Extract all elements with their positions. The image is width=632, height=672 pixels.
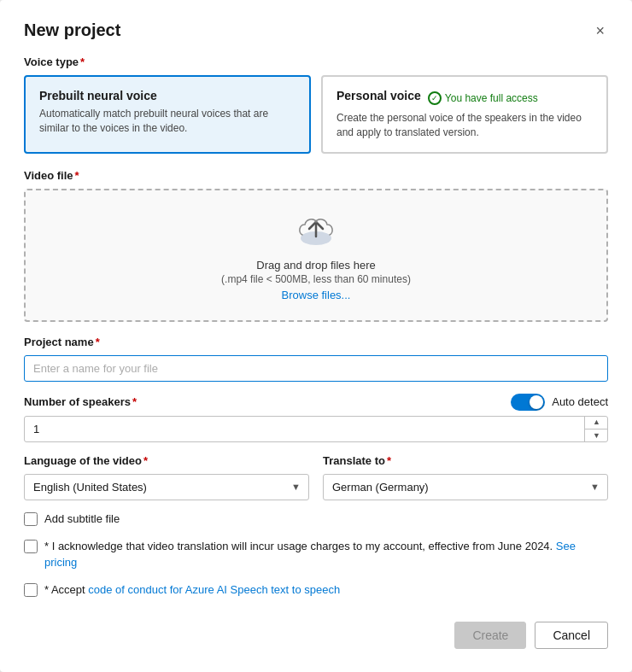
auto-detect-switch[interactable]: [511, 394, 545, 411]
personal-voice-card[interactable]: Personal voice ✓ You have full access Cr…: [321, 75, 608, 154]
drop-hint: (.mp4 file < 500MB, less than 60 minutes…: [221, 273, 411, 285]
language-video-select-wrap: English (United States) ▼: [24, 474, 309, 500]
subtitle-checkbox[interactable]: [24, 512, 38, 526]
project-name-section: Project name*: [24, 336, 608, 382]
translate-to-col: Translate to* German (Germany) ▼: [323, 454, 608, 500]
required-star-translate: *: [387, 454, 391, 467]
conduct-row: * Accept code of conduct for Azure AI Sp…: [24, 581, 608, 599]
new-project-dialog: New project × Voice type* Prebuilt neura…: [0, 0, 632, 672]
drop-zone[interactable]: Drag and drop files here (.mp4 file < 50…: [24, 189, 608, 322]
conduct-checkbox[interactable]: [24, 583, 38, 597]
check-icon: ✓: [428, 91, 442, 105]
conduct-link[interactable]: code of conduct for Azure AI Speech text…: [88, 583, 340, 596]
language-row: Language of the video* English (United S…: [24, 454, 608, 500]
video-file-section: Video file* Drag and drop files here (.m…: [24, 169, 608, 322]
auto-detect-toggle: Auto detect: [511, 394, 608, 411]
toggle-knob: [530, 395, 543, 409]
drag-drop-text: Drag and drop files here: [256, 259, 375, 272]
required-star-lang: *: [143, 454, 148, 467]
required-star-speakers: *: [132, 395, 137, 408]
conduct-text: * Accept code of conduct for Azure AI Sp…: [44, 581, 340, 599]
speakers-label: Number of speakers*: [24, 395, 511, 408]
language-video-label: Language of the video*: [24, 454, 309, 467]
required-star-video: *: [75, 169, 79, 182]
speakers-input[interactable]: [24, 416, 608, 442]
language-video-select[interactable]: English (United States): [24, 474, 309, 500]
cancel-button[interactable]: Cancel: [535, 622, 608, 649]
language-video-col: Language of the video* English (United S…: [24, 454, 309, 500]
project-name-label: Project name*: [24, 336, 608, 348]
project-name-input[interactable]: [24, 355, 608, 382]
voice-type-label: Voice type*: [24, 56, 608, 68]
acknowledgment-text: * I acknowledge that video translation w…: [44, 538, 608, 571]
personal-card-header: Personal voice ✓ You have full access: [336, 89, 593, 107]
dialog-header: New project ×: [24, 20, 608, 40]
voice-type-row: Prebuilt neural voice Automatically matc…: [24, 75, 608, 154]
prebuilt-card-desc: Automatically match prebuilt neural voic…: [39, 107, 296, 136]
arrow-up-button[interactable]: ▲: [585, 416, 608, 429]
browse-files-link[interactable]: Browse files...: [282, 289, 351, 301]
dialog-footer: Create Cancel: [24, 622, 608, 649]
upload-icon: [296, 214, 336, 250]
personal-card-desc: Create the personal voice of the speaker…: [336, 111, 593, 140]
required-star-name: *: [96, 336, 100, 348]
required-star: *: [80, 56, 85, 68]
subtitle-label[interactable]: Add subtitle file: [44, 512, 120, 525]
dialog-title: New project: [24, 20, 120, 40]
speakers-row: Number of speakers* Auto detect: [24, 394, 608, 411]
translate-to-select[interactable]: German (Germany): [323, 474, 608, 500]
translate-to-select-wrap: German (Germany) ▼: [323, 474, 608, 500]
speakers-input-wrap: ▲ ▼: [24, 416, 608, 442]
access-badge: ✓ You have full access: [428, 91, 538, 105]
personal-card-title: Personal voice: [336, 89, 421, 102]
subtitle-row: Add subtitle file: [24, 512, 608, 526]
prebuilt-neural-voice-card[interactable]: Prebuilt neural voice Automatically matc…: [24, 75, 311, 154]
number-arrows: ▲ ▼: [584, 416, 608, 442]
auto-detect-label: Auto detect: [552, 395, 608, 408]
create-button[interactable]: Create: [454, 622, 526, 649]
acknowledgment-checkbox[interactable]: [24, 540, 38, 553]
video-file-label: Video file*: [24, 169, 608, 182]
arrow-down-button[interactable]: ▼: [585, 429, 608, 442]
translate-to-label: Translate to*: [323, 454, 608, 467]
acknowledgment-row: * I acknowledge that video translation w…: [24, 538, 608, 571]
prebuilt-card-title: Prebuilt neural voice: [39, 89, 296, 102]
close-button[interactable]: ×: [592, 21, 608, 40]
